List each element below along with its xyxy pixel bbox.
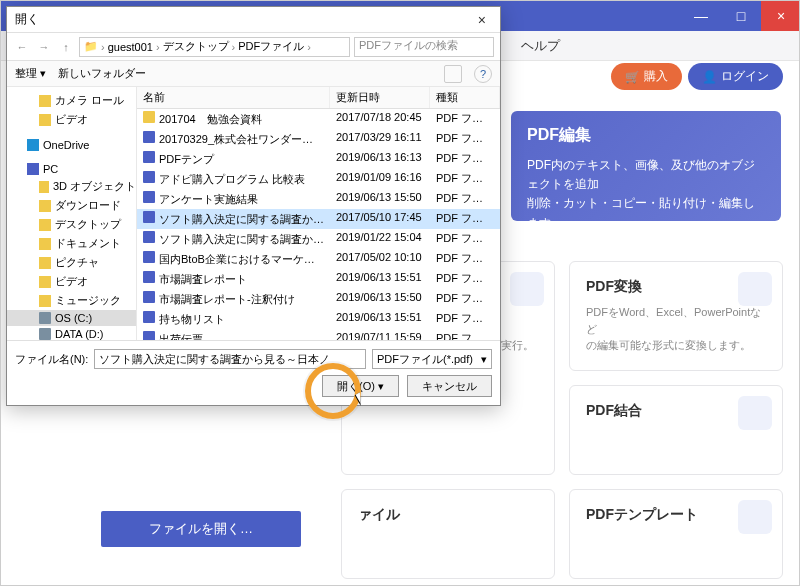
file-row[interactable]: 市場調査レポート-注釈付け2019/06/13 15:50PDF ファイル <box>137 289 500 309</box>
tree-item[interactable]: ビデオ <box>7 272 136 291</box>
window-close[interactable]: × <box>761 1 800 31</box>
batch-icon <box>510 272 544 306</box>
nav-back[interactable]: ← <box>13 41 31 53</box>
col-name[interactable]: 名前 <box>137 87 330 108</box>
open-file-button[interactable]: ファイルを開く… <box>101 511 301 547</box>
tree-item[interactable]: ビデオ <box>7 110 136 129</box>
card-merge[interactable]: PDF結合 <box>569 385 783 475</box>
nav-up[interactable]: ↑ <box>57 41 75 53</box>
file-row[interactable]: ソフト購入決定に関する調査から見る～…2017/05/10 17:45PDF フ… <box>137 209 500 229</box>
file-row[interactable]: 国内BtoB企業におけるマーケティング活…2017/05/02 10:10PDF… <box>137 249 500 269</box>
hero-pdf-edit[interactable]: PDF編集 PDF内のテキスト、画像、及び他のオブジェクトを追加 削除・カット・… <box>511 111 781 221</box>
window-maximize[interactable]: □ <box>721 1 761 31</box>
tree-item[interactable]: OneDrive <box>7 137 136 153</box>
dialog-title: 開く <box>15 11 39 28</box>
dialog-close[interactable]: × <box>472 12 492 28</box>
tree-item[interactable]: ピクチャ <box>7 253 136 272</box>
file-row[interactable]: アドビ購入プログラム 比較表2019/01/09 16:16PDF ファイル <box>137 169 500 189</box>
tree-item[interactable]: ミュージック <box>7 291 136 310</box>
menu-help[interactable]: ヘルプ <box>521 37 560 55</box>
new-folder-button[interactable]: 新しいフォルダー <box>58 66 146 81</box>
file-row[interactable]: 201704 勉強会資料2017/07/18 20:45PDF ファイル <box>137 109 500 129</box>
organize-button[interactable]: 整理 ▾ <box>15 66 46 81</box>
buy-button[interactable]: 🛒購入 <box>611 63 682 90</box>
breadcrumb[interactable]: 📁› guest001› デスクトップ› PDFファイル› <box>79 37 350 57</box>
nav-forward[interactable]: → <box>35 41 53 53</box>
filetype-filter[interactable]: PDFファイル(*.pdf)▾ <box>372 349 492 369</box>
file-row[interactable]: 20170329_株式会社ワンダーシェアーソ…2017/03/29 16:11P… <box>137 129 500 149</box>
tree-item[interactable]: ダウンロード <box>7 196 136 215</box>
merge-icon <box>738 396 772 430</box>
search-input[interactable]: PDFファイルの検索 <box>354 37 494 57</box>
file-row[interactable]: PDFテンプ2019/06/13 16:13PDF ファイル <box>137 149 500 169</box>
user-icon: 👤 <box>702 70 717 84</box>
file-row[interactable]: 市場調査レポート2019/06/13 15:51PDF ファイル <box>137 269 500 289</box>
view-mode-icon[interactable] <box>444 65 462 83</box>
window-minimize[interactable]: — <box>681 1 721 31</box>
file-open-dialog: 開く × ← → ↑ 📁› guest001› デスクトップ› PDFファイル›… <box>6 6 501 406</box>
tree-item[interactable]: PC <box>7 161 136 177</box>
cart-icon: 🛒 <box>625 70 640 84</box>
file-list[interactable]: 名前 更新日時 種類 201704 勉強会資料2017/07/18 20:45P… <box>137 87 500 340</box>
card-file-fragment: ァイル <box>341 489 555 579</box>
tree-item[interactable]: デスクトップ <box>7 215 136 234</box>
convert-icon <box>738 272 772 306</box>
col-date[interactable]: 更新日時 <box>330 87 430 108</box>
filename-input[interactable] <box>94 349 366 369</box>
card-convert[interactable]: PDF変換 PDFをWord、Excel、PowerPointなど の編集可能な… <box>569 261 783 371</box>
col-type[interactable]: 種類 <box>430 87 500 108</box>
filename-label: ファイル名(N): <box>15 352 88 367</box>
login-button[interactable]: 👤ログイン <box>688 63 783 90</box>
card-template[interactable]: PDFテンプレート <box>569 489 783 579</box>
nav-tree[interactable]: カメラ ロールビデオOneDrivePC3D オブジェクトダウンロードデスクトッ… <box>7 87 137 340</box>
template-icon <box>738 500 772 534</box>
hero-desc1: PDF内のテキスト、画像、及び他のオブジェクトを追加 <box>527 156 765 194</box>
tree-item[interactable]: DATA (D:) <box>7 326 136 340</box>
file-row[interactable]: 出荷伝票2019/07/11 15:59PDF ファイル <box>137 329 500 340</box>
hero-desc2: 削除・カット・コピー・貼り付け・編集します。 <box>527 194 765 232</box>
file-row[interactable]: ソフト購入決定に関する調査から見る～…2019/01/22 15:04PDF フ… <box>137 229 500 249</box>
tree-item[interactable]: 3D オブジェクト <box>7 177 136 196</box>
cancel-button[interactable]: キャンセル <box>407 375 492 397</box>
help-icon[interactable]: ? <box>474 65 492 83</box>
file-row[interactable]: 持ち物リスト2019/06/13 15:51PDF ファイル <box>137 309 500 329</box>
file-row[interactable]: アンケート実施結果2019/06/13 15:50PDF ファイル <box>137 189 500 209</box>
tree-item[interactable]: ドキュメント <box>7 234 136 253</box>
hero-title: PDF編集 <box>527 125 765 146</box>
tree-item[interactable]: OS (C:) <box>7 310 136 326</box>
tree-item[interactable]: カメラ ロール <box>7 91 136 110</box>
